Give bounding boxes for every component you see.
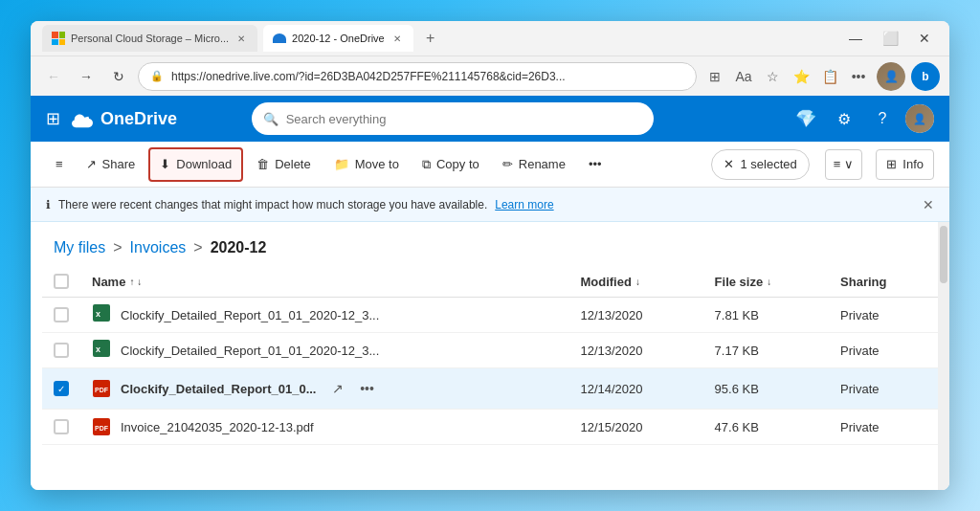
tab-onedrive[interactable]: 2020-12 - OneDrive ✕ (263, 25, 413, 52)
col-modified-label: Modified (580, 275, 631, 289)
help-button[interactable]: ? (867, 103, 898, 134)
selected-count: 1 selected (740, 157, 796, 171)
tab-list: Personal Cloud Storage – Micro... ✕ 2020… (42, 25, 442, 52)
settings-button[interactable]: ⚙ (829, 103, 859, 134)
tab-personal[interactable]: Personal Cloud Storage – Micro... ✕ (42, 25, 257, 52)
bing-button[interactable]: b (911, 62, 940, 91)
col-filesize[interactable]: File size ↓ (703, 266, 829, 298)
move-to-button[interactable]: 📁 Move to (324, 147, 409, 182)
close-button[interactable]: ✕ (911, 25, 938, 52)
lock-icon: 🔒 (150, 70, 164, 82)
copy-to-button[interactable]: ⧉ Copy to (412, 147, 489, 182)
favorites-button[interactable]: ☆ (760, 64, 785, 89)
row2-filesize: 7.17 KB (703, 333, 829, 368)
notification-close[interactable]: ✕ (923, 197, 934, 212)
maximize-button[interactable]: ⬜ (877, 25, 903, 52)
onedrive-logo[interactable]: OneDrive (72, 108, 177, 129)
selected-badge[interactable]: ✕ 1 selected (711, 149, 809, 180)
breadcrumb-myfiles[interactable]: My files (54, 239, 105, 256)
selected-close-icon[interactable]: ✕ (724, 157, 734, 171)
avatar: 👤 (877, 62, 905, 91)
delete-label: Delete (275, 157, 311, 171)
row2-checkbox[interactable] (54, 343, 69, 358)
rename-button[interactable]: ✏ Rename (493, 147, 575, 182)
row4-name-cell: PDF Invoice_21042035_2020-12-13.pdf (80, 410, 568, 445)
row3-more-action[interactable]: ••• (354, 376, 379, 401)
header-checkbox[interactable] (54, 274, 69, 289)
svg-text:PDF: PDF (95, 425, 109, 432)
rename-icon: ✏ (502, 157, 513, 171)
table-row[interactable]: x Clockify_Detailed_Report_01_01_2020-12… (42, 333, 938, 368)
breadcrumb: My files > Invoices > 2020-12 (31, 222, 949, 266)
refresh-button[interactable]: ↻ (105, 63, 132, 90)
collection-button[interactable]: 📋 (817, 64, 842, 89)
delete-button[interactable]: 🗑 Delete (247, 147, 321, 182)
forward-button[interactable]: → (73, 63, 100, 90)
more-icon: ••• (589, 157, 602, 171)
col-name[interactable]: Name ↑ ↓ (80, 266, 568, 298)
notification-info-icon: ℹ (46, 198, 51, 211)
row3-actions: ↗ ••• (325, 376, 379, 401)
ms-logo-icon (52, 32, 65, 45)
row2-sharing: Private (829, 333, 938, 368)
profile-button[interactable]: 👤 (877, 62, 905, 91)
svg-text:PDF: PDF (95, 387, 109, 393)
row3-checkbox[interactable]: ✓ (54, 381, 69, 396)
tab-onedrive-label: 2020-12 - OneDrive (292, 33, 385, 44)
row2-file-icon: x (92, 341, 111, 360)
col-modified-sort: ↓ (635, 277, 640, 287)
search-bar[interactable]: 🔍 (252, 102, 654, 135)
reader-mode-button[interactable]: Aa (731, 64, 756, 89)
row3-share-action[interactable]: ↗ (325, 376, 350, 401)
minimize-button[interactable]: — (842, 25, 869, 52)
tab-personal-close[interactable]: ✕ (234, 32, 248, 45)
more-tools-button[interactable]: ••• (846, 64, 871, 89)
col-filesize-sort: ↓ (767, 277, 771, 287)
row4-checkbox[interactable] (54, 419, 69, 434)
tab-onedrive-close[interactable]: ✕ (390, 32, 404, 45)
premium-icon[interactable]: 💎 (791, 103, 821, 134)
address-input[interactable]: 🔒 https://onedrive.live.com/?id=26D3BA04… (138, 62, 697, 91)
table-row[interactable]: x Clockify_Detailed_Report_01_01_2020-12… (42, 298, 938, 333)
col-checkbox (42, 266, 80, 298)
copy-to-label: Copy to (436, 157, 479, 171)
row4-filename: Invoice_21042035_2020-12-13.pdf (121, 420, 314, 434)
file-table: Name ↑ ↓ Modified ↓ File size ↓ (42, 266, 938, 445)
row3-filesize: 95.6 KB (703, 368, 829, 410)
bookmark-button[interactable]: ⭐ (789, 64, 813, 89)
more-button[interactable]: ••• (579, 147, 612, 182)
pdf-icon: PDF (93, 380, 110, 397)
col-filesize-label: File size (715, 275, 764, 289)
new-tab-button[interactable]: + (419, 27, 442, 50)
tab-personal-label: Personal Cloud Storage – Micro... (71, 33, 229, 44)
table-row[interactable]: ✓ PDF Clockify_Detailed_Report_01_0... (42, 368, 938, 410)
breadcrumb-current: 2020-12 (211, 239, 267, 256)
row2-modified: 12/13/2020 (568, 333, 702, 368)
table-row[interactable]: PDF Invoice_21042035_2020-12-13.pdf 12/1… (42, 410, 938, 445)
share-icon: ↗ (86, 157, 97, 171)
scrollbar-thumb[interactable] (940, 226, 947, 283)
view-button[interactable]: ≡ ∨ (825, 149, 863, 180)
share-button[interactable]: ↗ Share (77, 147, 145, 182)
download-button[interactable]: ⬇ Download (148, 147, 243, 182)
notification-learn-more[interactable]: Learn more (495, 198, 553, 211)
scrollbar[interactable] (938, 222, 949, 490)
col-sharing-label: Sharing (840, 275, 886, 289)
breadcrumb-invoices[interactable]: Invoices (130, 239, 187, 256)
row1-sharing: Private (829, 298, 938, 333)
col-modified[interactable]: Modified ↓ (568, 266, 702, 298)
share-label: Share (102, 157, 136, 171)
apps-grid-icon[interactable]: ⊞ (46, 108, 60, 129)
search-input[interactable] (286, 112, 642, 126)
od-profile-button[interactable]: 👤 (905, 104, 934, 133)
extensions-button[interactable]: ⊞ (702, 64, 727, 89)
address-url: https://onedrive.live.com/?id=26D3BA042D… (171, 70, 684, 83)
menu-button[interactable]: ≡ (46, 147, 73, 182)
row3-name-cell: PDF Clockify_Detailed_Report_01_0... ↗ •… (80, 368, 568, 410)
row2-filename: Clockify_Detailed_Report_01_01_2020-12_3… (121, 344, 379, 358)
col-name-sort: ↑ ↓ (129, 277, 142, 287)
row1-checkbox[interactable] (54, 307, 69, 322)
row3-file-icon: PDF (92, 379, 111, 398)
back-button[interactable]: ← (40, 63, 67, 90)
info-button[interactable]: ⊞ Info (876, 149, 934, 180)
